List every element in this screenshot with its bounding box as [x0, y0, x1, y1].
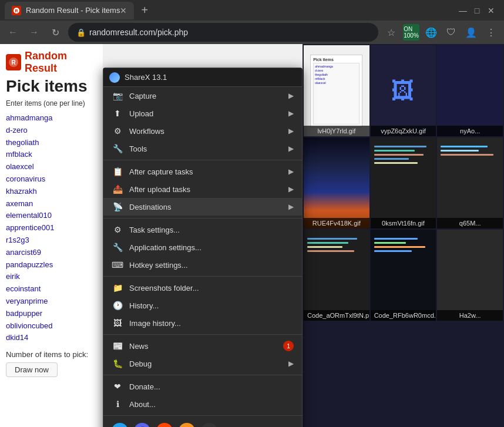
- gallery-item-7[interactable]: Code_aORmTxl9tN.png: [304, 230, 369, 321]
- browser-tab[interactable]: R Random Result - Pick items ✕: [5, 2, 134, 19]
- menu-icon[interactable]: ⋮: [483, 24, 499, 41]
- refresh-button[interactable]: ↻: [47, 24, 63, 41]
- github-icon[interactable]: 🐙: [201, 423, 217, 427]
- menu-item-image-history[interactable]: 🖼 Image history...: [103, 314, 302, 332]
- about-icon: ℹ: [112, 398, 123, 410]
- minimize-button[interactable]: —: [459, 7, 466, 14]
- menu-item-news[interactable]: 📰 News 1: [103, 337, 302, 355]
- menu-item-task-settings[interactable]: ⚙ Task settings...: [103, 221, 302, 238]
- item-link[interactable]: ahmadmanga: [6, 113, 53, 122]
- item-link[interactable]: olaexcel: [6, 162, 34, 171]
- list-item[interactable]: eirik: [6, 271, 97, 283]
- item-link[interactable]: d-zero: [6, 126, 28, 135]
- item-link[interactable]: badpupper: [6, 309, 42, 318]
- menu-item-screenshots-folder[interactable]: 📁 Screenshots folder...: [103, 279, 302, 297]
- list-item[interactable]: anarcist69: [6, 247, 97, 259]
- ext-icon3[interactable]: 🛡: [443, 24, 459, 41]
- new-tab-button[interactable]: +: [136, 4, 153, 17]
- upload-arrow-icon: ▶: [288, 109, 294, 117]
- ext-icon1[interactable]: ON 100%: [403, 24, 419, 41]
- twitter-icon[interactable]: 🐦: [112, 423, 128, 427]
- item-link[interactable]: elemental010: [6, 211, 52, 220]
- address-bar[interactable]: 🔒 randomresult.com/pick.php: [68, 23, 378, 42]
- gallery-item-5[interactable]: 0ksmVt16fn.gif: [371, 137, 436, 228]
- history-label: History...: [129, 301, 159, 310]
- tab-favicon: R: [12, 6, 21, 15]
- list-item[interactable]: olaexcel: [6, 161, 97, 173]
- item-link[interactable]: oblivioncubed: [6, 321, 53, 330]
- menu-item-after-capture[interactable]: 📋 After capture tasks ▶: [103, 163, 302, 180]
- task-settings-label: Task settings...: [129, 226, 180, 234]
- item-link[interactable]: anarcist69: [6, 248, 41, 257]
- list-item[interactable]: apprentice001: [6, 222, 97, 234]
- gallery-label-5: 0ksmVt16fn.gif: [371, 218, 436, 228]
- code-line: [374, 246, 426, 248]
- gallery-item-8[interactable]: Code_RFb6wR0mcd.png: [371, 230, 436, 321]
- gallery-label-2: vypZ6qZxkU.gif: [371, 126, 436, 136]
- list-item[interactable]: khazrakh: [6, 186, 97, 198]
- menu-item-app-settings[interactable]: 🔧 Application settings...: [103, 238, 302, 256]
- item-link[interactable]: eirik: [6, 272, 20, 281]
- menu-item-hotkey-settings[interactable]: ⌨ Hotkey settings...: [103, 256, 302, 274]
- gallery-item-2[interactable]: 🖼 vypZ6qZxkU.gif: [371, 45, 436, 136]
- item-link[interactable]: apprentice001: [6, 223, 54, 232]
- list-item[interactable]: oblivioncubed: [6, 320, 97, 332]
- page-title: Pick items: [6, 77, 97, 96]
- menu-item-workflows[interactable]: ⚙ Workflows ▶: [103, 122, 302, 140]
- item-link[interactable]: ecoinstant: [6, 284, 41, 293]
- gallery-label-4: RUE4Fv418K.gif: [304, 218, 369, 228]
- item-link[interactable]: veryanprime: [6, 297, 48, 305]
- tools-icon: 🔧: [112, 143, 123, 154]
- profile-icon[interactable]: 👤: [463, 24, 479, 41]
- menu-item-donate[interactable]: ❤ Donate...: [103, 378, 302, 395]
- menu-item-destinations[interactable]: 📡 Destinations ▶: [103, 198, 302, 216]
- item-link[interactable]: thegoliath: [6, 138, 39, 147]
- donate-icon: ❤: [112, 381, 123, 392]
- reddit-icon[interactable]: 👾: [156, 423, 173, 427]
- forward-button[interactable]: →: [26, 24, 42, 41]
- menu-item-history[interactable]: 🕐 History...: [103, 297, 302, 314]
- gallery-item-4[interactable]: RUE4Fv418K.gif: [304, 137, 369, 228]
- list-item[interactable]: thegoliath: [6, 137, 97, 149]
- draw-now-button[interactable]: Draw now: [6, 362, 58, 377]
- gallery-item-3[interactable]: nyAo...: [437, 45, 503, 136]
- list-item[interactable]: pandapuzzles: [6, 259, 97, 271]
- list-item[interactable]: veryanprime: [6, 295, 97, 308]
- list-item[interactable]: r1s2g3: [6, 234, 97, 247]
- list-item[interactable]: dkid14: [6, 332, 97, 344]
- item-link[interactable]: coronavirus: [6, 174, 45, 183]
- star-icon[interactable]: ☆: [383, 24, 399, 41]
- maximize-button[interactable]: □: [473, 7, 481, 14]
- list-item[interactable]: coronavirus: [6, 173, 97, 186]
- close-button[interactable]: ✕: [488, 7, 495, 14]
- svg-text:R: R: [11, 59, 16, 66]
- menu-item-upload[interactable]: ⬆ Upload ▶: [103, 105, 302, 122]
- menu-item-about[interactable]: ℹ About...: [103, 395, 302, 413]
- gallery-item-1[interactable]: Pick items ahmadmanga d-zero thegoliath …: [304, 45, 369, 136]
- discord-icon[interactable]: 💬: [134, 423, 150, 427]
- list-item[interactable]: badpupper: [6, 308, 97, 320]
- item-link[interactable]: r1s2g3: [6, 236, 29, 244]
- menu-item-capture[interactable]: 📷 Capture ▶: [103, 87, 302, 105]
- item-link[interactable]: pandapuzzles: [6, 260, 53, 269]
- tab-close-button[interactable]: ✕: [120, 6, 127, 15]
- site-name: Random Result: [25, 50, 97, 75]
- item-link[interactable]: khazrakh: [6, 187, 37, 196]
- list-item[interactable]: axeman: [6, 198, 97, 210]
- bitcoin-icon[interactable]: ₿: [179, 423, 195, 427]
- menu-item-after-upload[interactable]: 📤 After upload tasks ▶: [103, 180, 302, 198]
- item-link[interactable]: mfblack: [6, 150, 32, 159]
- menu-item-debug[interactable]: 🐛 Debug ▶: [103, 355, 302, 372]
- gallery-item-6[interactable]: q65M...: [437, 137, 503, 228]
- ext-icon2[interactable]: 🌐: [423, 24, 439, 41]
- item-link[interactable]: axeman: [6, 199, 33, 208]
- back-button[interactable]: ←: [5, 24, 21, 41]
- list-item[interactable]: ahmadmanga: [6, 112, 97, 125]
- list-item[interactable]: d-zero: [6, 125, 97, 137]
- gallery-item-9[interactable]: Ha2w...: [437, 230, 503, 321]
- menu-item-tools[interactable]: 🔧 Tools ▶: [103, 140, 302, 157]
- list-item[interactable]: elemental010: [6, 210, 97, 222]
- item-link[interactable]: dkid14: [6, 333, 28, 342]
- list-item[interactable]: mfblack: [6, 149, 97, 161]
- list-item[interactable]: ecoinstant: [6, 283, 97, 295]
